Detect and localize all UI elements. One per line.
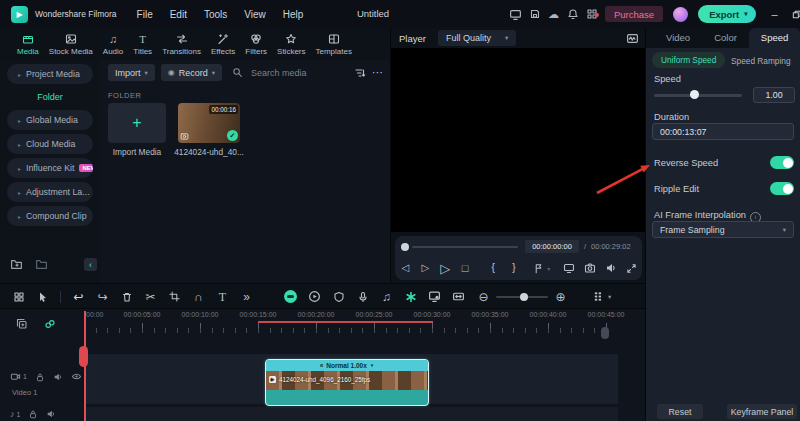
save-project-icon[interactable] (525, 8, 544, 20)
tab-templates[interactable]: Templates (311, 33, 357, 56)
purchase-button[interactable]: Purchase (605, 6, 663, 22)
lock-track-icon[interactable] (35, 372, 45, 382)
current-timecode[interactable]: 00:00:00:00 (525, 240, 579, 253)
device-preview-icon[interactable] (506, 8, 525, 21)
play-icon[interactable]: ▷ (439, 262, 452, 275)
sidebar-item-cloud-media[interactable]: ▸ Cloud Media (7, 134, 93, 154)
chevron-down-icon[interactable]: ▾ (547, 265, 550, 272)
tab-color[interactable]: Color (702, 28, 749, 48)
playhead-grip[interactable] (79, 346, 88, 367)
motion-tracking-icon[interactable] (308, 290, 321, 303)
filter-icon[interactable] (354, 67, 366, 79)
zoom-out-icon[interactable]: ⊖ (477, 291, 490, 303)
restore-button[interactable] (786, 9, 800, 20)
menu-view[interactable]: View (244, 9, 266, 20)
link-clips-icon[interactable] (44, 318, 56, 330)
cloud-upload-icon[interactable]: ☁ (544, 8, 563, 21)
magnetic-timeline-icon[interactable]: ∩ (192, 291, 205, 303)
seek-track[interactable] (412, 246, 518, 248)
hide-track-eye-icon[interactable] (71, 371, 82, 382)
ripple-edit-toggle[interactable] (770, 182, 794, 195)
zoom-in-icon[interactable]: ⊕ (554, 291, 567, 303)
tab-filters[interactable]: Filters (240, 33, 272, 56)
tab-video[interactable]: Video (654, 28, 702, 48)
add-marker-icon[interactable] (16, 318, 28, 330)
stop-icon[interactable]: □ (459, 263, 472, 274)
text-tool-icon[interactable]: T (216, 291, 229, 303)
split-scissors-icon[interactable]: ✂ (144, 291, 157, 303)
audio-mixer-icon[interactable]: ♫ (380, 291, 393, 303)
tab-transitions[interactable]: Transitions (157, 33, 206, 56)
sidebar-item-global-media[interactable]: ▸ Global Media (7, 110, 93, 130)
menu-file[interactable]: File (137, 9, 153, 20)
mute-track-icon[interactable] (46, 409, 56, 419)
mark-out-icon[interactable]: } (508, 263, 521, 273)
interpolation-dropdown[interactable]: Frame Sampling ▾ (652, 221, 794, 238)
fit-to-timeline-icon[interactable] (452, 290, 465, 303)
voiceover-mic-icon[interactable] (356, 291, 369, 303)
speed-slider-handle[interactable] (690, 90, 699, 99)
screen-record-icon[interactable] (428, 290, 441, 303)
sidebar-item-project-media[interactable]: ▸ Project Media (7, 64, 93, 84)
mark-in-icon[interactable]: { (487, 263, 500, 273)
speed-ramping-tab[interactable]: Speed Ramping (731, 56, 797, 66)
delete-folder-icon[interactable] (35, 258, 48, 271)
speed-value-input[interactable] (753, 87, 795, 103)
sidebar-item-influence-kit[interactable]: ▸ Influence Kit NEW (7, 158, 93, 178)
search-input[interactable] (249, 67, 337, 79)
marker-flag-icon[interactable] (532, 263, 545, 274)
fullscreen-icon[interactable] (625, 263, 638, 274)
chevron-down-icon[interactable]: ▾ (608, 293, 611, 301)
tab-stock-media[interactable]: Stock Media (44, 33, 98, 56)
more-options-icon[interactable]: ⋯ (372, 66, 384, 79)
duration-input[interactable] (652, 123, 794, 140)
sidebar-item-compound-clip[interactable]: ▸ Compound Clip (7, 206, 93, 226)
import-dropdown[interactable]: Import ▾ (108, 64, 155, 81)
seek-handle[interactable] (401, 243, 409, 251)
timeline-clip[interactable]: « Normal 1.00x ▼ ▶ 4124024-uhd_4096_2160… (265, 359, 429, 406)
reset-button[interactable]: Reset (657, 404, 703, 419)
zoom-slider-handle[interactable] (520, 293, 528, 301)
select-cursor-icon[interactable] (36, 291, 49, 303)
tab-speed[interactable]: Speed (749, 28, 800, 48)
minimize-button[interactable]: – (764, 8, 786, 20)
ruler-minor-ticks[interactable] (84, 328, 618, 333)
redo-icon[interactable]: ↪ (96, 291, 109, 303)
more-tools-icon[interactable]: » (240, 291, 253, 303)
quality-dropdown[interactable]: Full Quality ▾ (438, 30, 516, 46)
reverse-speed-toggle[interactable] (770, 156, 794, 169)
tab-media[interactable]: Media (12, 33, 44, 56)
uniform-speed-tab[interactable]: Uniform Speed (652, 52, 725, 68)
collapse-sidebar-button[interactable]: ‹ (84, 258, 97, 271)
record-dropdown[interactable]: ◉ Record ▾ (161, 64, 222, 81)
delete-icon[interactable] (120, 291, 133, 303)
audio-track-lane[interactable] (84, 407, 618, 421)
clip-speed-badge[interactable]: « Normal 1.00x ▼ (266, 360, 428, 371)
marker-shield-icon[interactable] (332, 291, 345, 303)
timeline-scrollbar-thumb[interactable] (601, 327, 609, 339)
menu-tools[interactable]: Tools (204, 9, 227, 20)
scopes-icon[interactable] (626, 32, 639, 45)
mute-track-icon[interactable] (53, 372, 63, 382)
mirror-display-icon[interactable] (562, 262, 575, 274)
chroma-key-icon[interactable] (284, 290, 297, 303)
track-manager-icon[interactable] (592, 291, 605, 302)
menu-help[interactable]: Help (283, 9, 304, 20)
crop-icon[interactable] (168, 291, 181, 302)
tab-titles[interactable]: T Titles (128, 33, 157, 56)
layout-grid-icon[interactable] (12, 291, 25, 303)
tab-audio[interactable]: ♫ Audio (98, 33, 128, 56)
tab-effects[interactable]: Effects (206, 33, 240, 56)
volume-icon[interactable] (604, 262, 617, 274)
sidebar-item-folder-selected[interactable]: Folder (0, 88, 100, 106)
workspace-grid-icon[interactable] (582, 8, 601, 20)
keyframe-panel-button[interactable]: Keyframe Panel (727, 404, 797, 419)
lock-track-icon[interactable] (28, 409, 38, 419)
timeline-zoom-slider[interactable] (496, 296, 548, 298)
snapshot-camera-icon[interactable] (583, 262, 596, 274)
media-clip-thumbnail[interactable]: 00:00:16 ✓ (178, 103, 240, 143)
import-media-tile[interactable]: + (108, 103, 166, 143)
notification-bell-icon[interactable] (563, 8, 582, 20)
export-button[interactable]: Export ▾ (698, 5, 755, 23)
new-folder-icon[interactable] (10, 258, 23, 271)
